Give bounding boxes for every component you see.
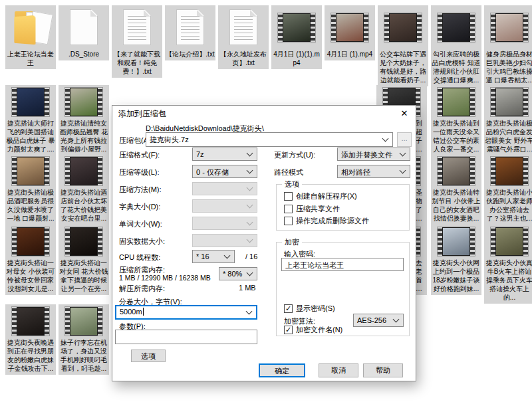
close-icon[interactable]: ✕ <box>393 106 416 121</box>
video-thumbnail <box>331 13 369 43</box>
share-files-checkbox[interactable]: 压缩共享文件 <box>284 204 340 214</box>
chevron-down-icon <box>247 167 253 174</box>
file-icon-area <box>431 225 481 258</box>
file-icon-area <box>59 304 109 338</box>
film-sprockets-icon <box>384 13 389 42</box>
sfx-checkbox[interactable]: 创建自解压程序(X) <box>284 191 357 201</box>
show-password-checkbox[interactable]: ✓ 显示密码(S) <box>284 304 335 314</box>
film-sprockets-icon <box>491 157 495 185</box>
path-mode-select[interactable]: 相对路径 <box>337 165 410 178</box>
file-name: 勾引来应聘的极品白虎模特 知道潜规则让小伙肛交操通口爆爽... <box>431 49 481 86</box>
file-icon-area <box>5 304 56 338</box>
file-tile[interactable]: 捷克街头搭讪一对母女 小伙装可怜被母女带回家没想到女儿是... <box>5 225 56 295</box>
encryption-group-title: 加密 <box>282 237 302 247</box>
update-mode-select[interactable]: 添加并替换文件 <box>337 148 410 161</box>
film-sprockets-icon <box>98 157 102 185</box>
file-tile[interactable]: 【论坛介绍】.txt <box>165 5 215 60</box>
file-tile[interactable]: 捷克搭讪大师打飞的到美国搭讪极品白虎妹子 暴力颜射太爽了.... <box>5 85 56 155</box>
file-tile[interactable]: 捷克街头搭讪酒店前台小伙太坏了花大价钱把美女安在吧台里... <box>59 154 109 225</box>
compress-format-select[interactable]: 7z <box>192 148 257 161</box>
file-tile[interactable]: 捷克街头搭讪小伙跑到人家老师办公室搭讪去了？这男主也... <box>484 154 532 225</box>
video-frame <box>389 13 417 42</box>
cpu-threads-select[interactable]: * 16 <box>192 250 235 263</box>
chevron-down-icon <box>247 237 253 243</box>
film-sprockets-icon <box>331 13 336 42</box>
file-name: 捷克街头搭讪极品粉穴白虎金发碧眼美女 野外车震骚气外露口... <box>484 118 532 155</box>
folder-tile[interactable]: 上老王论坛当老王 <box>5 5 56 69</box>
file-tile[interactable]: 捷克搭讪清纯女画师极品翘臀 花光身上所有钱拉到偏僻小屋野... <box>59 85 109 155</box>
file-name: 捷克街头搭讪小伙跑到人家老师办公室搭讪去了？这男主也... <box>484 187 532 225</box>
file-tile[interactable]: 公交车站牌下遇见个大奶妹子，有钱就是好，路边就能看奶子... <box>378 5 428 86</box>
film-sprockets-icon <box>278 13 283 42</box>
video-frame <box>495 88 523 116</box>
film-sprockets-icon <box>65 88 70 116</box>
file-tile[interactable]: .DS_Store <box>59 5 109 60</box>
file-icon-area <box>484 225 532 258</box>
volume-size-combobox[interactable]: 5000m <box>115 305 257 320</box>
video-thumbnail <box>437 227 475 256</box>
file-tile[interactable]: 妹子行李忘在机场了，身边又没手机刚好呗叼毛看到，叼毛趁... <box>59 304 109 375</box>
checkbox-icon <box>284 192 293 201</box>
file-tile[interactable]: 【来了就能下载和观看！纯免费！】.txt <box>112 5 162 78</box>
file-tile[interactable]: 勾引来应聘的极品白虎模特 知道潜规则让小伙肛交操通口爆爽... <box>431 5 481 86</box>
file-tile[interactable]: 健身房极品身材巨乳美艳少妇勾引大鸡巴教练操逼 口爆吞精太... <box>484 5 532 86</box>
file-tile[interactable]: 捷克街头搭讪特别节目 小伙带上自己的女友酒吧找情侣换妻换... <box>431 154 481 225</box>
file-tile[interactable]: 捷克街头搭讪到一位雨天没伞又错过公交车的素人良家一番交... <box>431 85 481 155</box>
checkbox-icon <box>284 205 293 213</box>
help-button[interactable]: 帮助 <box>363 363 403 377</box>
cancel-button[interactable]: 取消 <box>319 363 358 377</box>
film-sprockets-icon <box>416 157 420 185</box>
film-sprockets-icon <box>523 227 528 256</box>
file-icon-area <box>325 5 375 49</box>
archive-name-combobox[interactable]: 捷克街头.7z <box>146 132 393 147</box>
film-sprockets-icon <box>65 227 70 256</box>
compress-format-label: 压缩格式(F): <box>119 150 160 160</box>
film-sprockets-icon <box>45 157 49 185</box>
password-input[interactable]: 上老王论坛当老王 <box>281 258 404 271</box>
file-tile[interactable]: 捷克街头搭讪一对女同 花大价钱拿下摸逼的时候让另一个在旁... <box>59 225 109 295</box>
video-frame <box>495 157 523 185</box>
film-sprockets-icon <box>98 227 102 256</box>
film-sprockets-icon <box>416 227 420 256</box>
file-icon-area <box>59 225 109 258</box>
film-sprockets-icon <box>470 88 475 116</box>
video-frame <box>495 227 523 256</box>
blank-file-icon <box>70 9 98 45</box>
film-sprockets-icon <box>491 88 495 116</box>
file-icon-area <box>484 5 532 49</box>
encrypt-names-checkbox[interactable]: ✓ 加密文件名(N) <box>284 325 342 335</box>
file-tile[interactable]: 捷克街头夜晚遇到正在寻找男朋友的粉嫩白虎妹子金钱攻击下... <box>5 304 56 375</box>
browse-button[interactable]: ... <box>397 132 412 147</box>
file-tile[interactable]: 捷克街头小伙真牛B火车上搭讪操乘务员下火车搭讪操火车上的... <box>484 225 532 304</box>
encryption-algo-select[interactable]: AES-256 <box>353 314 404 327</box>
file-tile[interactable]: 捷克街头小伙网上约到一个极品18岁粉嫩妹子谈好价格跑到妹... <box>431 225 481 295</box>
chevron-down-icon <box>246 308 253 315</box>
delete-after-checkbox[interactable]: 操作完成后删除源文件 <box>284 216 369 226</box>
file-tile[interactable]: 4月1日 (1).mp4 <box>325 5 375 60</box>
file-icon-area <box>218 5 269 49</box>
film-sprockets-icon <box>438 88 442 116</box>
film-sprockets-icon <box>417 13 422 42</box>
options-button[interactable]: 选项 <box>131 350 166 362</box>
file-icon-area <box>431 5 481 49</box>
film-sprockets-icon <box>98 307 102 336</box>
film-sprockets-icon <box>45 307 49 336</box>
file-name: 【论坛介绍】.txt <box>165 49 215 60</box>
mem-compress-value: 1 MB / 12990 MB / 16238 MB <box>119 274 211 282</box>
text-cursor <box>143 308 144 316</box>
file-tile[interactable]: 4月1日 (1)(1).mp4 <box>271 5 322 69</box>
file-tile[interactable]: 捷克街头搭讪极品酒吧服务员很久没做爱水喷了一地 口爆颜射... <box>5 154 56 225</box>
video-thumbnail <box>277 13 316 43</box>
options-group-title: 选项 <box>282 179 302 189</box>
file-name: 公交车站牌下遇见个大奶妹子，有钱就是好，路边就能看奶子... <box>378 49 428 86</box>
ok-button[interactable]: 确定 <box>259 363 305 377</box>
memory-usage-select[interactable]: * 80% <box>219 267 257 280</box>
film-sprockets-icon <box>65 307 70 336</box>
file-grid-left: 捷克搭讪大师打飞的到美国搭讪极品白虎妹子 暴力颜射太爽了....捷克搭讪清纯女画… <box>5 85 109 375</box>
parameters-input[interactable] <box>115 330 257 344</box>
file-tile[interactable]: 捷克街头搭讪极品粉穴白虎金发碧眼美女 野外车震骚气外露口... <box>484 85 532 155</box>
dict-size-label: 字典大小(D): <box>119 202 160 212</box>
update-mode-label: 更新方式(U): <box>274 150 315 160</box>
file-tile[interactable]: 【永久地址发布页】.txt <box>218 5 269 69</box>
compress-level-select[interactable]: 0 - 仅存储 <box>192 165 257 178</box>
